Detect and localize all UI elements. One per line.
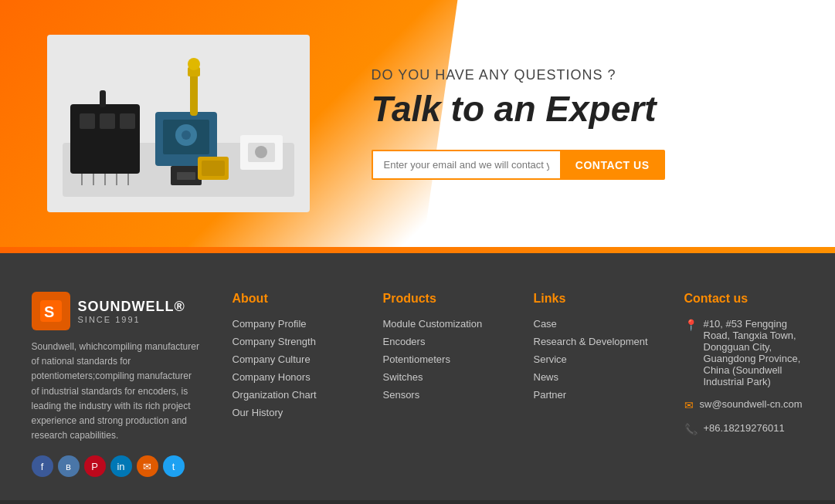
footer: S SOUNDWELL® SINCE 1991 Soundwell, which… (0, 253, 835, 500)
contact-email: ✉ sw@soundwell-cn.com (684, 398, 804, 411)
svg-rect-5 (100, 90, 106, 107)
footer-link-item[interactable]: Sensors (383, 389, 503, 401)
products-title: Products (383, 292, 503, 306)
footer-link-item[interactable]: Case (534, 318, 653, 330)
svg-point-9 (182, 130, 191, 140)
linkedin-icon[interactable]: in (110, 455, 132, 477)
hero-image-area (47, 35, 341, 212)
pinterest-icon[interactable]: P (84, 455, 106, 477)
footer-about-column: About Company ProfileCompany StrengthCom… (233, 292, 352, 477)
hero-content: DO YOU HAVE ANY QUESTIONS ? Talk to an E… (341, 67, 789, 181)
footer-bottom: Copyright © 2022 Soundwell Electronic Pr… (0, 500, 835, 504)
brand-icon: S (32, 292, 70, 330)
hero-form: CONTACT US (372, 150, 665, 180)
svg-rect-2 (80, 113, 95, 129)
footer-link-item[interactable]: Our History (233, 407, 352, 418)
footer-brand: S SOUNDWELL® SINCE 1991 Soundwell, which… (32, 292, 202, 477)
links-links: CaseResearch & DevelopmentServiceNewsPar… (534, 318, 653, 401)
location-icon: 📍 (684, 319, 698, 331)
about-links: Company ProfileCompany StrengthCompany C… (233, 318, 352, 418)
facebook-icon[interactable]: f (32, 455, 53, 477)
footer-link-item[interactable]: Module Customization (383, 318, 503, 330)
svg-text:S: S (44, 303, 54, 320)
footer-link-item[interactable]: Company Culture (233, 353, 352, 365)
footer-link-item[interactable]: Company Profile (233, 318, 352, 330)
brand-logo: S SOUNDWELL® SINCE 1991 (32, 292, 202, 330)
footer-link-item[interactable]: Company Strength (233, 336, 352, 347)
svg-rect-4 (120, 113, 135, 129)
contact-us-button[interactable]: CONTACT US (560, 150, 665, 180)
email-icon[interactable]: ✉ (137, 455, 158, 477)
about-title: About (233, 292, 352, 306)
contact-title: Contact us (684, 292, 804, 306)
footer-link-item[interactable]: Potentiometers (383, 353, 503, 365)
hero-section: DO YOU HAVE ANY QUESTIONS ? Talk to an E… (0, 0, 835, 247)
links-title: Links (534, 292, 653, 306)
footer-link-item[interactable]: Company Honors (233, 371, 352, 383)
contact-phone: 📞 +86.18219276011 (684, 422, 804, 435)
svg-rect-3 (100, 113, 115, 129)
footer-link-item[interactable]: Organization Chart (233, 389, 352, 401)
hero-product-image (47, 35, 310, 212)
vk-icon[interactable]: в (58, 455, 80, 477)
footer-link-item[interactable]: Switches (383, 371, 503, 383)
social-icons: f в P in ✉ t (32, 455, 202, 477)
contact-address: 📍 #10, #53 Fengqing Road, Tangxia Town, … (684, 318, 804, 387)
svg-point-12 (188, 58, 200, 70)
hero-question: DO YOU HAVE ANY QUESTIONS ? (372, 67, 789, 83)
email-contact-icon: ✉ (684, 399, 694, 411)
hero-title: Talk to an Expert (372, 90, 789, 129)
footer-link-item[interactable]: News (534, 371, 653, 383)
footer-links-column: Links CaseResearch & DevelopmentServiceN… (534, 292, 653, 477)
footer-contact-column: Contact us 📍 #10, #53 Fengqing Road, Tan… (684, 292, 804, 477)
email-input[interactable] (372, 150, 560, 180)
svg-rect-17 (177, 172, 195, 180)
svg-point-15 (255, 146, 267, 158)
footer-link-item[interactable]: Service (534, 353, 653, 365)
phone-icon: 📞 (684, 423, 698, 435)
footer-link-item[interactable]: Encoders (383, 336, 503, 347)
twitter-icon[interactable]: t (163, 455, 185, 477)
products-links: Module CustomizationEncodersPotentiomete… (383, 318, 503, 401)
brand-description: Soundwell, whichcompiling manufacturer o… (32, 340, 202, 443)
svg-rect-24 (202, 161, 225, 176)
footer-link-item[interactable]: Partner (534, 389, 653, 401)
brand-name: SOUNDWELL® (78, 299, 185, 315)
orange-strip (0, 247, 835, 253)
brand-since: SINCE 1991 (78, 315, 185, 324)
footer-link-item[interactable]: Research & Development (534, 336, 653, 347)
footer-products-column: Products Module CustomizationEncodersPot… (383, 292, 503, 477)
